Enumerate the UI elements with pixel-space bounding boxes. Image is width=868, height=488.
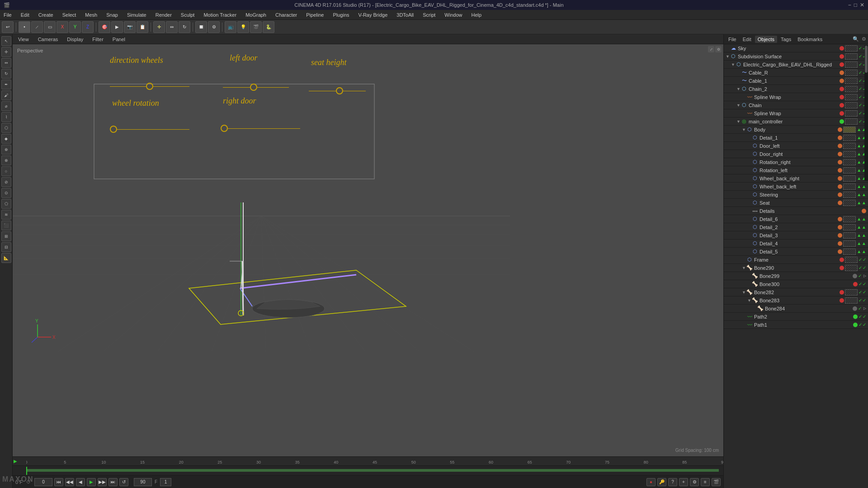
render-check[interactable]: ▲ (862, 225, 866, 230)
tool-sculpt[interactable]: ⬠ (1, 199, 11, 209)
tool-x[interactable]: X (57, 21, 68, 33)
menu-item-mesh[interactable]: Mesh (83, 11, 99, 19)
tool-pen[interactable]: ✒ (1, 80, 11, 89)
viewport-tab-filter[interactable]: Filter (89, 36, 107, 43)
vis-check[interactable]: ▲ (857, 192, 861, 197)
render-queue[interactable]: 📋 (137, 21, 148, 33)
tool-align[interactable]: ⊟ (1, 242, 11, 252)
tree-item-detail-4[interactable]: ⬡ Detail_4 ▲ ▲ (724, 239, 868, 248)
tool-smooth[interactable]: ○ (1, 166, 11, 176)
vis-check[interactable]: ✓ (859, 119, 862, 124)
vis-check[interactable]: ▲ (857, 160, 861, 164)
vis-check[interactable]: ▲ (857, 241, 861, 246)
menu-item-3dtoall[interactable]: 3DToAll (395, 11, 415, 19)
vis-check[interactable]: ✓ (859, 94, 862, 99)
render-anim-button[interactable]: 🎬 (712, 478, 721, 486)
render-output[interactable]: 📷 (124, 21, 136, 33)
render-region[interactable]: 🎯 (99, 21, 110, 33)
tree-item-bone299[interactable]: 🦴 Bone299 ✓ ▷ (724, 272, 868, 280)
viewport-tab-cameras[interactable]: Cameras (34, 36, 62, 43)
tool-paint[interactable]: 🖌 (1, 90, 11, 100)
tree-item-chain-2[interactable]: ▼ ⬡ Chain_2 ✓ ✓ (724, 85, 868, 93)
cinema-logo[interactable]: 🎬 (250, 21, 262, 33)
snap-toggle[interactable]: 🔲 (195, 21, 207, 33)
render-check[interactable]: ✓ (863, 322, 866, 327)
undo-button[interactable]: ↩ (2, 21, 14, 33)
snap-settings[interactable]: ⚙ (208, 21, 220, 33)
tree-item-door-left[interactable]: ⬡ Door_left ▲ ▲ (724, 142, 868, 150)
menu-item-snap[interactable]: Snap (104, 11, 120, 19)
vis-check[interactable]: ▲ (857, 135, 861, 140)
vis-check[interactable]: ✓ (859, 62, 862, 67)
viewport-tab-display[interactable]: Display (63, 36, 87, 43)
step-forward-button[interactable]: ▶▶ (98, 478, 107, 486)
render-check[interactable]: ▲ (862, 233, 866, 238)
timeline-track[interactable] (13, 465, 723, 475)
menu-item-file[interactable]: File (2, 11, 14, 19)
object-tree[interactable]: ☁ Sky ✓ ✓ ▼ ⬡ Subdivision Surface ✓ ✓ (724, 44, 868, 488)
menu-item-help[interactable]: Help (469, 11, 483, 19)
right-tab-tags[interactable]: Tags (778, 36, 794, 43)
tool-snap-2[interactable]: ⊞ (1, 231, 11, 241)
vis-check[interactable]: ✓ (859, 314, 862, 319)
menu-item-window[interactable]: Window (443, 11, 464, 19)
tree-item-path2[interactable]: 〰 Path2 ✓ ✓ (724, 313, 868, 321)
tree-item-chain[interactable]: ▼ ⬡ Chain ✓ ✓ (724, 101, 868, 109)
tool-weight[interactable]: ⊘ (1, 177, 11, 187)
vis-check[interactable]: ✓ (859, 78, 862, 83)
tool-z[interactable]: Z (82, 21, 94, 33)
tool-rotate-2[interactable]: ↻ (1, 69, 11, 79)
vis-check[interactable]: ▲ (857, 127, 861, 132)
viewport-tab-view[interactable]: View (14, 36, 33, 43)
tree-item-cable-r[interactable]: 〜 Cable_R ✓ ✓ (724, 69, 868, 77)
key-button[interactable]: 🔑 (657, 478, 666, 486)
tree-item-door-right[interactable]: ⬡ Door_right ▲ ▲ (724, 150, 868, 158)
render-check[interactable]: ✓ (863, 298, 866, 303)
tree-item-spline-wrap-1[interactable]: 〰 Spline Wrap ✓ ✓ (724, 93, 868, 101)
vis-check[interactable]: ✓ (859, 290, 862, 295)
go-end-button[interactable]: ⏭ (108, 478, 118, 486)
tree-item-bone300[interactable]: 🦴 Bone300 ✓ ✓ (724, 280, 868, 288)
vis-check[interactable]: ✓ (859, 298, 862, 303)
tree-item-path1[interactable]: 〰 Path1 ✓ ✓ (724, 321, 868, 329)
vis-check[interactable]: ✓ (859, 257, 862, 262)
render-view[interactable]: ▶ (111, 21, 123, 33)
vis-check[interactable]: ▲ (857, 151, 861, 156)
right-tab-file[interactable]: File (726, 36, 739, 43)
render-check[interactable]: ✓ (863, 257, 866, 262)
vis-check[interactable]: ✓ (859, 46, 862, 51)
slider-seat-height[interactable] (309, 87, 366, 94)
tool-move-2[interactable]: ✛ (1, 47, 11, 57)
tool-move[interactable]: ✛ (153, 21, 165, 33)
tree-scrollbar-thumb[interactable] (865, 46, 868, 73)
timeline-playhead[interactable] (26, 467, 27, 475)
tree-item-detail-2[interactable]: ⬡ Detail_2 ▲ ▲ (724, 223, 868, 231)
tree-item-bone283[interactable]: ▼ 🦴 Bone283 ✓ ✓ (724, 296, 868, 305)
end-frame-input[interactable] (134, 478, 152, 486)
tool-scale-2[interactable]: ⇔ (1, 58, 11, 68)
play-back-button[interactable]: ◀ (76, 478, 85, 486)
vis-check[interactable]: ▲ (857, 249, 861, 254)
vis-check[interactable]: ✓ (859, 282, 862, 286)
tool-select[interactable]: ↖ (1, 36, 11, 46)
vis-check[interactable]: ✓ (859, 70, 862, 75)
snap-frame-button[interactable]: + (679, 478, 688, 486)
render-check[interactable]: ▲ (862, 216, 866, 221)
tree-item-steering[interactable]: ⬡ Steering ▲ ▲ (724, 191, 868, 199)
vis-check[interactable]: ✓ (859, 103, 862, 108)
tree-item-seat[interactable]: ⬡ Seat ▲ ▲ (724, 199, 868, 207)
python-tool[interactable]: 🐍 (263, 21, 274, 33)
tool-scale[interactable]: ⇔ (166, 21, 178, 33)
fps-value-input[interactable] (160, 478, 171, 486)
vis-check[interactable]: ✓ (859, 86, 862, 91)
tree-item-main-controller[interactable]: ▼ ◎ main_controller ✓ ✓ (724, 117, 868, 126)
key-all-button[interactable]: ? (668, 478, 677, 486)
vis-check[interactable]: ▲ (857, 225, 861, 230)
tool-y[interactable]: Y (69, 21, 81, 33)
tree-item-detail-3[interactable]: ⬡ Detail_3 ▲ ▲ (724, 231, 868, 239)
slider-right-door[interactable] (221, 125, 300, 132)
tool-knife[interactable]: ⌀ (1, 101, 11, 111)
tool-magnet[interactable]: ⊗ (1, 155, 11, 165)
go-start-button[interactable]: ⏮ (54, 478, 63, 486)
menu-item-render[interactable]: Render (154, 11, 174, 19)
